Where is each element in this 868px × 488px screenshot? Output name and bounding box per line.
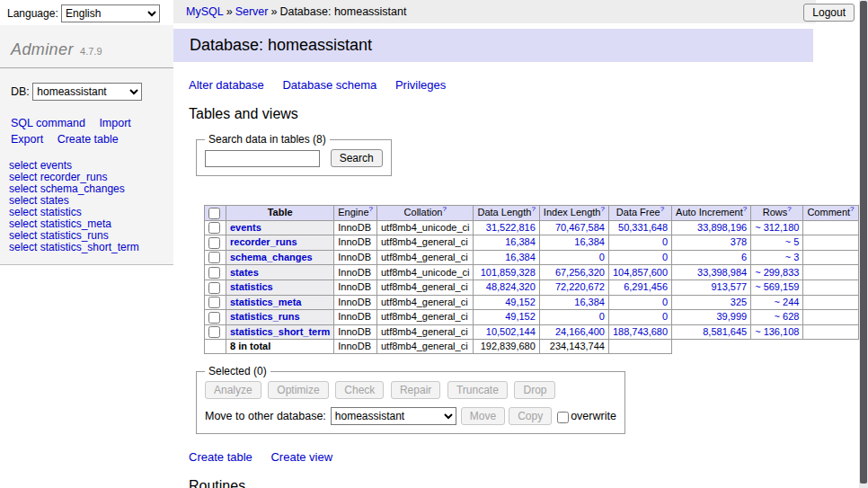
row-checkbox[interactable]: [208, 252, 220, 263]
data-free-link[interactable]: 50,331,648: [618, 222, 668, 233]
breadcrumb-mysql-link[interactable]: MySQL: [186, 5, 224, 18]
index-length-link[interactable]: 72,220,672: [555, 281, 605, 292]
auto-increment-link[interactable]: 39,999: [717, 311, 748, 322]
auto-increment-link[interactable]: 6: [741, 252, 747, 262]
row-checkbox[interactable]: [208, 222, 220, 234]
copy-button[interactable]: Copy: [509, 407, 552, 425]
data-length-cell: 31,522,816: [474, 220, 539, 235]
data-length-link[interactable]: 16,384: [505, 236, 536, 247]
auto-increment-link[interactable]: 33,398,984: [697, 267, 747, 278]
search-input[interactable]: [205, 150, 320, 167]
table-row: statistics_runsInnoDButf8mb4_general_ci4…: [205, 310, 859, 325]
logout-button[interactable]: Logout: [803, 4, 855, 22]
column-help-link[interactable]: ?: [743, 206, 747, 214]
table-name-link[interactable]: statistics_short_term: [230, 326, 330, 337]
sidebar-link-export[interactable]: Export: [11, 133, 43, 146]
data-free-link[interactable]: 0: [662, 236, 668, 247]
sidebar-select-link[interactable]: select statistics_short_term: [9, 242, 164, 253]
sidebar-link-import[interactable]: Import: [99, 117, 130, 129]
database-schema-link[interactable]: Database schema: [282, 78, 376, 92]
table-name-link[interactable]: recorder_runs: [230, 236, 297, 247]
sidebar-link-create-table[interactable]: Create table: [58, 133, 119, 146]
rows-link[interactable]: ~ 628: [775, 311, 800, 322]
truncate-button[interactable]: Truncate: [447, 381, 508, 399]
row-checkbox[interactable]: [208, 267, 220, 279]
index-length-link[interactable]: 24,166,400: [555, 326, 605, 337]
column-header-data-free: Data Free?: [608, 206, 671, 221]
data-length-link[interactable]: 101,859,328: [481, 267, 536, 278]
table-name-link[interactable]: statistics: [230, 281, 273, 292]
index-length-link[interactable]: 70,467,584: [555, 222, 605, 233]
data-length-link[interactable]: 31,522,816: [486, 222, 536, 233]
data-free-link[interactable]: 0: [662, 311, 668, 322]
app-name[interactable]: Adminer: [11, 40, 74, 58]
privileges-link[interactable]: Privileges: [395, 78, 446, 92]
db-selector-row: DB: homeassistant: [0, 68, 173, 108]
data-free-link[interactable]: 6,291,456: [624, 281, 668, 292]
create-table-link[interactable]: Create table: [189, 450, 252, 464]
data-free-link[interactable]: 0: [662, 252, 668, 262]
data-free-link[interactable]: 0: [662, 297, 668, 307]
data-length-link[interactable]: 49,152: [505, 311, 536, 322]
language-select[interactable]: English: [61, 4, 160, 22]
auto-increment-link[interactable]: 325: [731, 297, 747, 307]
column-help-link[interactable]: ?: [600, 206, 604, 214]
rows-link[interactable]: ~ 299,833: [755, 267, 799, 278]
data-length-link[interactable]: 49,152: [505, 297, 536, 307]
row-select-cell: [205, 250, 226, 265]
table-name-link[interactable]: states: [230, 267, 259, 278]
sidebar-link-sql-command[interactable]: SQL command: [11, 117, 85, 129]
breadcrumb-server-link[interactable]: Server: [235, 5, 269, 18]
rows-link[interactable]: ~ 5: [785, 236, 800, 247]
table-name-link[interactable]: schema_changes: [230, 252, 313, 262]
create-view-link[interactable]: Create view: [270, 450, 332, 464]
analyze-button[interactable]: Analyze: [205, 381, 261, 399]
rows-link[interactable]: ~ 136,108: [755, 326, 799, 337]
drop-button[interactable]: Drop: [514, 381, 555, 399]
index-length-link[interactable]: 16,384: [574, 297, 605, 307]
search-button[interactable]: Search: [331, 149, 383, 167]
column-help-link[interactable]: ?: [850, 206, 854, 214]
data-length-link[interactable]: 48,824,320: [486, 281, 536, 292]
check-button[interactable]: Check: [335, 381, 384, 399]
rows-link[interactable]: ~ 312,180: [755, 222, 799, 233]
column-help-link[interactable]: ?: [442, 206, 446, 214]
rows-link[interactable]: ~ 569,159: [755, 281, 799, 292]
table-name-link[interactable]: statistics_meta: [230, 297, 302, 307]
optimize-button[interactable]: Optimize: [268, 381, 328, 399]
column-help-link[interactable]: ?: [787, 206, 791, 214]
auto-increment-link[interactable]: 913,577: [711, 281, 747, 292]
data-free-link[interactable]: 104,857,600: [613, 267, 668, 278]
overwrite-checkbox[interactable]: [557, 412, 569, 423]
column-help-link[interactable]: ?: [660, 206, 664, 214]
auto-increment-link[interactable]: 33,898,196: [697, 222, 747, 233]
move-db-select[interactable]: homeassistant: [331, 407, 456, 425]
db-select[interactable]: homeassistant: [32, 83, 142, 101]
row-checkbox[interactable]: [208, 282, 220, 294]
index-length-link[interactable]: 16,384: [574, 236, 605, 247]
table-name-link[interactable]: events: [230, 222, 261, 233]
repair-button[interactable]: Repair: [391, 381, 440, 399]
auto-increment-link[interactable]: 8,581,645: [703, 326, 747, 337]
index-length-link[interactable]: 67,256,320: [555, 267, 605, 278]
row-checkbox[interactable]: [208, 237, 220, 249]
auto-increment-link[interactable]: 378: [731, 236, 747, 247]
index-length-link[interactable]: 0: [599, 311, 605, 322]
select-all-checkbox[interactable]: [208, 208, 220, 219]
vertical-scrollbar[interactable]: [859, 0, 868, 488]
alter-database-link[interactable]: Alter database: [189, 78, 264, 92]
data-length-link[interactable]: 10,502,144: [486, 326, 536, 337]
column-help-link[interactable]: ?: [369, 206, 373, 214]
rows-link[interactable]: ~ 3: [785, 252, 800, 262]
scrollbar-thumb[interactable]: [860, 1, 867, 484]
row-checkbox[interactable]: [208, 297, 220, 308]
data-length-link[interactable]: 16,384: [505, 252, 536, 262]
row-checkbox[interactable]: [208, 326, 220, 338]
data-free-link[interactable]: 188,743,680: [613, 326, 668, 337]
index-length-link[interactable]: 0: [599, 252, 605, 262]
move-button[interactable]: Move: [461, 407, 505, 425]
table-name-link[interactable]: statistics_runs: [230, 311, 300, 322]
rows-link[interactable]: ~ 244: [775, 297, 800, 307]
row-checkbox[interactable]: [208, 312, 220, 324]
column-help-link[interactable]: ?: [531, 206, 535, 214]
